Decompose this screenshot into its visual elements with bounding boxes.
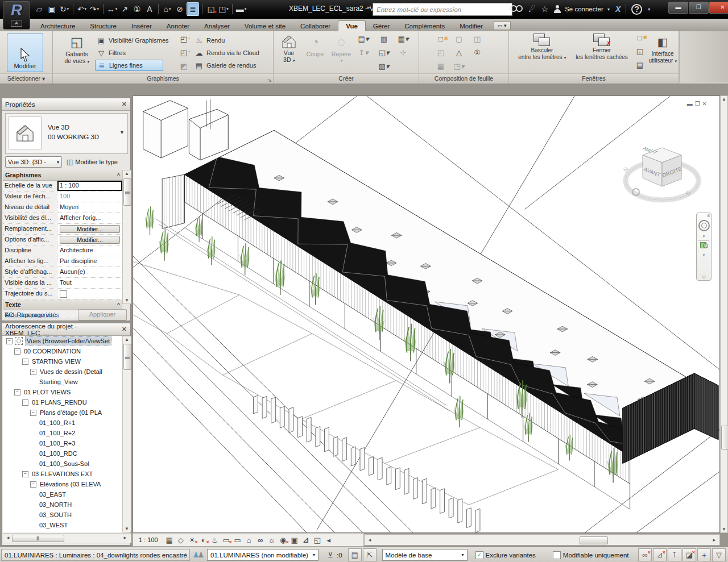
scroll-left-icon[interactable]: ◄ xyxy=(4,535,12,540)
tree-item[interactable]: 03_SOUTH xyxy=(3,510,122,520)
modify-overrides-button[interactable]: Modifier... xyxy=(60,236,120,244)
expand-icon[interactable]: − xyxy=(22,471,28,477)
temporary-view-properties-icon[interactable]: ▣ xyxy=(289,534,300,546)
tree-item[interactable]: 03_WEST xyxy=(3,520,122,530)
expand-icon[interactable]: − xyxy=(30,369,36,375)
3d-view-button[interactable]: Vue 3D ▾ xyxy=(277,34,301,64)
prop-value[interactable] xyxy=(57,289,122,299)
properties-close-icon[interactable]: ✕ xyxy=(122,101,127,108)
guide-grid-icon[interactable]: ▦ xyxy=(434,60,448,73)
worksharing-display-icon[interactable]: ◉× xyxy=(278,534,289,546)
plan-views-icon[interactable]: ▤▾ xyxy=(357,32,370,46)
help-dropdown-icon[interactable]: ▾ xyxy=(648,7,650,12)
close-button[interactable]: ✕ xyxy=(709,2,728,14)
tab-vue[interactable]: Vue xyxy=(338,20,366,31)
canvas-vscrollbar[interactable]: ▲ ▼ xyxy=(720,95,728,533)
scroll-left-icon[interactable]: ◄ xyxy=(366,538,374,543)
tree-item[interactable]: −00 COORDINATION xyxy=(3,346,122,356)
view-minimize-icon[interactable]: ▬ xyxy=(687,101,695,107)
scroll-down-icon[interactable]: ▼ xyxy=(123,298,131,303)
render-gallery-button[interactable]: ▤ Galerie de rendus xyxy=(194,60,256,71)
expand-icon[interactable]: − xyxy=(30,481,36,488)
scrollbar-thumb[interactable] xyxy=(123,178,131,206)
view-close-icon[interactable]: ✕ xyxy=(702,101,709,107)
scroll-right-icon[interactable]: ► xyxy=(121,535,129,540)
expand-icon[interactable]: − xyxy=(22,399,28,406)
expand-icon[interactable]: − xyxy=(6,338,13,344)
callout-button[interactable]: ◌ Repère ▾ xyxy=(328,34,354,64)
user-interface-button[interactable]: ◧ Interface utilisateur ▾ xyxy=(648,34,677,65)
collapse-icon[interactable]: ◂ xyxy=(323,534,334,546)
tab-analyser[interactable]: Analyser xyxy=(197,21,237,31)
restore-button[interactable]: ❐ xyxy=(689,2,709,14)
browser-close-icon[interactable]: ✕ xyxy=(122,326,127,333)
checkbox-icon[interactable] xyxy=(60,290,67,298)
scroll-right-icon[interactable]: ► xyxy=(710,538,718,543)
title-expand-icon[interactable]: ▸ xyxy=(367,5,370,10)
place-view-icon[interactable]: ▢ xyxy=(452,32,466,46)
visibility-graphics-button[interactable]: ▣ Visibilité/ Graphismes xyxy=(96,35,175,46)
show-graphics-icon[interactable]: ◰• xyxy=(177,32,191,46)
tree-item[interactable]: −Vues (BrowserFolder/ViewSet xyxy=(3,336,122,346)
prop-value[interactable]: Tout xyxy=(57,278,122,288)
aligned-dimension-icon[interactable]: ↗ xyxy=(119,3,130,15)
tab-structure[interactable]: Structure xyxy=(82,21,124,31)
tree-item[interactable]: −Plans d'étage (01 PLA xyxy=(3,407,122,418)
navbar-close-icon[interactable]: ⊗ xyxy=(706,213,710,218)
type-dropdown-icon[interactable]: ▼ xyxy=(119,130,125,135)
duplicate-view-icon[interactable]: ◱▾ xyxy=(377,46,391,60)
disabled-graphics-icon[interactable]: ◩ xyxy=(177,60,191,73)
measure-icon[interactable]: ↔▾ xyxy=(106,3,118,15)
switch-windows-icon[interactable]: ◳▾ xyxy=(218,3,229,15)
scrollbar-thumb[interactable] xyxy=(123,344,131,370)
minimize-button[interactable]: ▬ xyxy=(668,2,688,14)
select-pinned-icon[interactable]: ⊺ xyxy=(668,548,681,561)
reveal-constraints-icon[interactable]: ⇱ xyxy=(363,548,377,561)
properties-title-bar[interactable]: Propriétés ✕ xyxy=(2,98,130,111)
prop-value[interactable]: Modifier... xyxy=(57,235,122,245)
expand-icon[interactable]: − xyxy=(14,348,20,355)
tab-annoter[interactable]: Annoter xyxy=(159,21,197,31)
undo-icon[interactable]: ↶▾ xyxy=(76,3,88,15)
render-button[interactable]: ♨ Rendu xyxy=(194,35,225,46)
scrollbar-thumb[interactable] xyxy=(580,536,608,544)
tab-architecture[interactable]: Architecture xyxy=(33,21,82,31)
help-icon[interactable]: ? xyxy=(631,4,642,15)
default-3d-view-icon[interactable]: ⌂▾ xyxy=(162,3,173,15)
switch-windows-button[interactable]: Basculer entre les fenêtres ▾ xyxy=(515,34,569,61)
section-header-graphismes[interactable]: Graphismes^ xyxy=(3,170,122,181)
expand-icon[interactable]: − xyxy=(22,359,28,365)
viewport-icon[interactable]: ◳▾ xyxy=(452,60,466,73)
tab-g-rer[interactable]: Gérer xyxy=(366,21,397,31)
type-selector[interactable]: Vue 3D 00 WORKING 3D ▼ xyxy=(5,113,128,154)
sign-in-dropdown-icon[interactable]: ▾ xyxy=(607,7,610,12)
close-hidden-windows-icon[interactable]: ◱× xyxy=(205,3,217,15)
scroll-up-icon[interactable]: ▲ xyxy=(123,337,131,342)
properties-help-link[interactable]: Aide des propriétés xyxy=(5,311,59,318)
tab-ins-rer[interactable]: Insérer xyxy=(124,21,159,31)
user-icon[interactable] xyxy=(554,5,561,13)
tree-item[interactable]: Starting_View xyxy=(3,377,122,387)
tree-item[interactable]: −04 RCP_RENDU xyxy=(3,530,122,532)
text-icon[interactable]: A xyxy=(144,3,155,15)
filters-button[interactable]: ▽ Filtres xyxy=(96,47,175,59)
close-hidden-button[interactable]: ✗ Fermer les fenêtres cachées xyxy=(572,34,632,61)
tab-modifier[interactable]: Modifier xyxy=(452,21,490,31)
save-icon[interactable]: ▣ xyxy=(46,3,57,15)
scrollbar-thumb[interactable] xyxy=(721,426,728,449)
scrollbar-thumb[interactable] xyxy=(12,535,64,542)
new-sheet-icon[interactable]: □✱ xyxy=(434,32,448,46)
render-cloud-button[interactable]: ☁ Rendu via le Cloud xyxy=(194,47,259,59)
view-templates-button[interactable]: ◱ Gabarits de vues ▾ xyxy=(60,34,94,65)
zoom-icon[interactable] xyxy=(700,242,708,250)
title-block-icon[interactable]: ◰ xyxy=(434,46,448,60)
displacement-sets-icon[interactable]: ◱ xyxy=(312,534,323,546)
tree-item[interactable]: 01_100_R+3 xyxy=(3,438,122,448)
temporary-hide-isolate-icon[interactable]: ∞ xyxy=(255,534,266,546)
view-scale-button[interactable]: 1 : 100 xyxy=(139,536,158,543)
tree-item[interactable]: −STARTING VIEW xyxy=(3,356,122,367)
expand-icon[interactable]: − xyxy=(14,389,20,396)
tree-item[interactable]: −01 PLOT VIEWS xyxy=(3,387,122,397)
prop-value[interactable]: Architecture xyxy=(57,245,122,256)
crop-view-icon[interactable]: ▭× xyxy=(221,534,232,546)
